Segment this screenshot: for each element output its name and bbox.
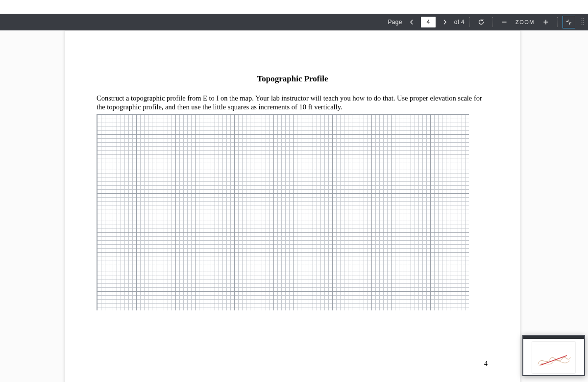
- total-pages-label: of 4: [454, 19, 465, 25]
- instructions-text: Construct a topographic profile from E t…: [97, 94, 489, 111]
- document-page: Topographic Profile Construct a topograp…: [65, 30, 520, 382]
- toolbar-divider: [557, 17, 558, 27]
- svg-point-10: [583, 24, 584, 25]
- toolbar-drag-handle[interactable]: [580, 16, 585, 28]
- chevron-left-icon: [409, 20, 414, 25]
- zoom-label: ZOOM: [515, 19, 535, 25]
- svg-point-4: [583, 18, 584, 19]
- rotate-icon: [478, 19, 485, 25]
- svg-point-8: [583, 22, 584, 23]
- page-label: Page: [388, 19, 402, 25]
- page-number: 4: [484, 360, 488, 368]
- pip-topbar: [523, 336, 584, 339]
- zoom-out-button[interactable]: [498, 16, 511, 28]
- graph-paper-grid: [97, 114, 469, 310]
- svg-point-5: [582, 20, 583, 21]
- viewer-toolbar: Page of 4 ZOOM: [0, 14, 588, 30]
- prev-page-button[interactable]: [405, 16, 418, 28]
- svg-line-11: [540, 356, 567, 365]
- chevron-right-icon: [442, 20, 447, 25]
- svg-point-6: [583, 20, 584, 21]
- window-top-spacer: [0, 0, 588, 14]
- fullscreen-toggle-button[interactable]: [563, 16, 575, 28]
- contract-icon: [566, 19, 572, 25]
- next-page-button[interactable]: [439, 16, 451, 28]
- pip-map-icon: [536, 350, 571, 370]
- svg-point-7: [582, 22, 583, 23]
- svg-point-9: [582, 24, 583, 25]
- document-viewport[interactable]: Topographic Profile Construct a topograp…: [0, 30, 588, 382]
- minus-icon: [501, 19, 507, 25]
- grip-dots-icon: [581, 18, 584, 26]
- page-number-input[interactable]: [421, 17, 436, 27]
- toolbar-divider: [469, 17, 470, 27]
- page-title: Topographic Profile: [97, 74, 489, 84]
- pip-page-preview: [532, 342, 575, 373]
- zoom-in-button[interactable]: [539, 16, 552, 28]
- rotate-button[interactable]: [475, 16, 488, 28]
- svg-point-3: [582, 18, 583, 19]
- pip-thumbnail[interactable]: [522, 335, 585, 376]
- plus-icon: [543, 19, 549, 25]
- toolbar-divider: [492, 17, 493, 27]
